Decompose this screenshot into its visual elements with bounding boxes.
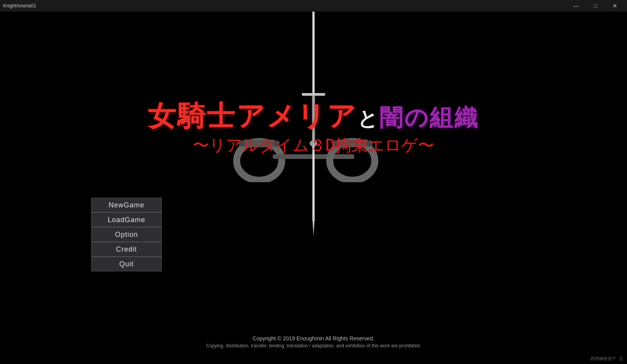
title-connector: と bbox=[357, 107, 379, 130]
bottom-right-label: 西用梯形资产 元 bbox=[591, 356, 623, 362]
title-main: 女騎士アメリアと闇の組織 bbox=[148, 101, 479, 131]
title-part1: 女騎士アメリア bbox=[148, 100, 357, 132]
title-subtitle: 〜リアルタイム３D拘束エロゲ〜 bbox=[148, 135, 479, 156]
svg-marker-4 bbox=[312, 217, 315, 236]
new-game-button[interactable]: NewGame bbox=[91, 198, 162, 212]
credit-button[interactable]: Credit bbox=[91, 242, 162, 257]
license-text: Copying, distribution, transfer, lending… bbox=[0, 343, 627, 348]
main-menu: NewGame LoadGame Option Credit Quit bbox=[91, 198, 162, 271]
title-container: 女騎士アメリアと闇の組織 〜リアルタイム３D拘束エロゲ〜 bbox=[148, 101, 479, 156]
maximize-button[interactable]: □ bbox=[587, 0, 604, 12]
footer: Copyright © 2019 Enoughmin All Rights Re… bbox=[0, 335, 627, 348]
title-part2: 闇の組織 bbox=[379, 104, 479, 131]
titlebar-title: KnightAmeria01 bbox=[3, 3, 36, 9]
game-area: 女騎士アメリアと闇の組織 〜リアルタイム３D拘束エロゲ〜 NewGame Loa… bbox=[0, 12, 627, 364]
copyright-text: Copyright © 2019 Enoughmin All Rights Re… bbox=[0, 335, 627, 342]
close-button[interactable]: ✕ bbox=[606, 0, 624, 12]
option-button[interactable]: Option bbox=[91, 227, 162, 242]
load-game-button[interactable]: LoadGame bbox=[91, 212, 162, 227]
titlebar-controls: — □ ✕ bbox=[567, 0, 624, 12]
titlebar: KnightAmeria01 — □ ✕ bbox=[0, 0, 627, 12]
quit-button[interactable]: Quit bbox=[91, 257, 162, 271]
minimize-button[interactable]: — bbox=[567, 0, 585, 12]
